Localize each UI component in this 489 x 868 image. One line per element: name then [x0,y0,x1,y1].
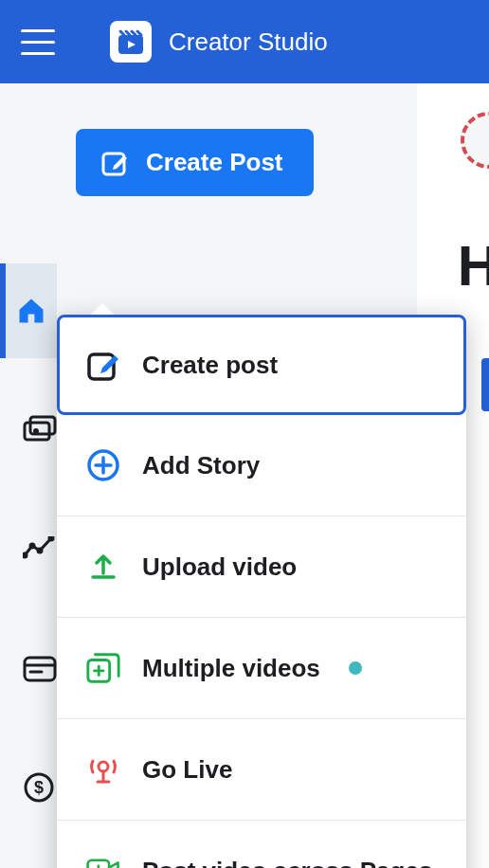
partial-gauge [461,112,489,169]
app-logo[interactable]: Creator Studio [110,21,328,63]
home-icon [15,295,47,327]
menu-item-label: Create post [142,351,278,380]
menu-item-label: Go Live [142,755,232,785]
video-plus-icon [85,853,121,868]
menu-item-post-across-pages[interactable]: Post video across Pages [57,821,466,868]
svg-point-4 [33,428,39,434]
upload-icon [85,549,121,585]
menu-item-label: Multiple videos [142,654,320,683]
svg-point-7 [37,548,44,554]
app-header: Creator Studio [0,0,489,83]
sidebar-item-monetization[interactable]: $ [23,771,55,804]
library-icon [23,415,57,443]
app-title: Creator Studio [169,27,328,57]
menu-item-multiple-videos[interactable]: Multiple videos [57,618,466,719]
menu-hamburger-icon[interactable] [17,26,59,59]
dollar-icon: $ [23,771,55,804]
multiple-icon [85,650,121,686]
insights-icon [23,536,57,559]
menu-item-create-post[interactable]: Create post [57,315,466,415]
partial-scrollbar [481,358,489,411]
creator-studio-icon [110,21,152,63]
menu-item-add-story[interactable]: Add Story [57,415,466,516]
main-area: Create Post [0,83,489,868]
menu-item-label: Add Story [142,451,260,480]
new-indicator-dot [349,661,362,675]
sidebar-item-library[interactable] [23,415,57,443]
inbox-icon [23,656,57,682]
menu-item-go-live[interactable]: Go Live [57,719,466,821]
menu-item-label: Post video across Pages [142,857,432,869]
compose-icon [85,347,121,383]
svg-point-6 [29,543,36,550]
broadcast-icon [85,751,121,787]
compose-icon [100,149,129,177]
menu-item-upload-video[interactable]: Upload video [57,516,466,618]
svg-text:$: $ [34,778,44,797]
sidebar-item-inbox[interactable] [23,656,57,682]
create-dropdown-menu: Create post Add Story Upload video [57,315,466,868]
sidebar-item-insights[interactable] [23,536,57,559]
create-post-button[interactable]: Create Post [76,129,314,196]
partial-heading: H [458,233,489,298]
plus-circle-icon [85,447,121,483]
svg-rect-9 [25,658,55,680]
create-post-label: Create Post [146,148,283,177]
sidebar-item-home[interactable] [0,263,57,358]
menu-item-label: Upload video [142,552,297,582]
